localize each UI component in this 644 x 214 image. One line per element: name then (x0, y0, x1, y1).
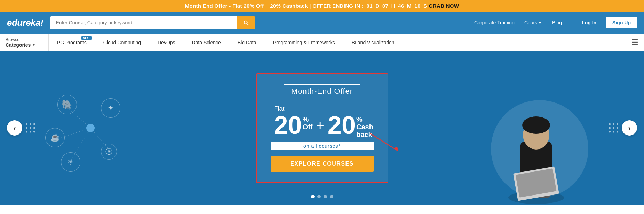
center-dot-icon (86, 124, 95, 132)
promo-card: Month-End Offer Flat 20 % Off + 20 % Cas… (256, 73, 388, 183)
carousel-dots (311, 195, 333, 198)
nav-bar: Browse Categories ▼ PG ProgramsNEWCloud … (0, 34, 644, 51)
promo-cashback-number: 20 (328, 114, 356, 137)
promo-big: 20 % Off + 20 % Cash back (274, 113, 374, 138)
carousel-dot-3[interactable] (324, 195, 327, 198)
header-divider (572, 18, 572, 28)
nav-item-pg-programs[interactable]: PG ProgramsNEW (49, 34, 95, 51)
banner-pipe: | (309, 3, 312, 9)
nav-item-big-data[interactable]: Big Data (229, 34, 265, 51)
carousel-next-button[interactable]: › (622, 120, 637, 136)
dots-left-decoration (26, 123, 35, 133)
promo-header-box: Month-End Offer (284, 84, 360, 98)
person-image (484, 76, 588, 205)
promo-header-text: Month-End Offer (291, 87, 353, 95)
top-banner: Month End Offer - Flat 20% Off + 20% Cas… (0, 0, 644, 12)
search-icon (243, 20, 249, 26)
atom-icon: ⚛ (61, 152, 80, 172)
hero-section: 🐘 ☕ ✦ ⚛ Ⓐ ‹ Month-End Offer Flat 20 % Of… (0, 51, 644, 205)
svg-point-10 (522, 116, 550, 134)
promo-plus: + (316, 119, 324, 132)
header-nav: Corporate Training Courses Blog Log In S… (474, 17, 637, 28)
header: edureka! Corporate Training Courses Blog… (0, 12, 644, 34)
red-arrow-icon (370, 133, 401, 154)
search-bar (50, 16, 255, 29)
browse-label: Browse (6, 37, 43, 42)
hamburger-icon[interactable]: ☰ (631, 38, 638, 47)
browse-categories[interactable]: Browse Categories ▼ (0, 34, 49, 51)
carousel-dot-4[interactable] (330, 195, 333, 198)
person-svg (491, 86, 581, 205)
search-input[interactable] (50, 16, 236, 29)
promo-courses-text: on all courses* (303, 143, 341, 149)
dots-right-decoration (609, 123, 618, 133)
promo-discount-number: 20 (274, 114, 302, 137)
timer-m-label: M (407, 3, 412, 9)
timer-d-label: D (375, 3, 379, 9)
nav-item-devops[interactable]: DevOps (149, 34, 184, 51)
blog-link[interactable]: Blog (552, 20, 562, 25)
nav-item-cloud-computing[interactable]: Cloud Computing (95, 34, 149, 51)
promo-discount-suffix: % Off (303, 115, 313, 131)
java-icon: ☕ (45, 128, 65, 147)
promo-main: Flat 20 % Off + 20 % Cash back (271, 105, 374, 138)
banner-text: Month End Offer - Flat 20% Off + 20% Cas… (185, 3, 308, 9)
tech-icons-area: 🐘 ☕ ✦ ⚛ Ⓐ (42, 76, 139, 180)
timer-minutes: 46 (398, 3, 404, 9)
timer-days: 01 (367, 3, 373, 9)
timer-hours: 07 (382, 3, 388, 9)
corporate-training-link[interactable]: Corporate Training (474, 20, 515, 25)
chevron-down-icon: ▼ (32, 43, 35, 47)
nav-right: ☰ (631, 38, 644, 47)
courses-link[interactable]: Courses (524, 20, 542, 25)
logo[interactable]: edureka! (7, 17, 43, 28)
categories-label: Categories ▼ (6, 42, 43, 48)
banner-offer-label: OFFER ENDING IN : (312, 3, 364, 9)
carousel-prev-button[interactable]: ‹ (7, 120, 22, 136)
new-dot-icon (88, 37, 90, 39)
grab-now-link[interactable]: GRAB NOW (429, 3, 459, 9)
svg-line-5 (370, 133, 398, 151)
timer-s-label: S (423, 3, 427, 9)
nav-item-programming-&-frameworks[interactable]: Programming & Frameworks (265, 34, 343, 51)
carousel-dot-1[interactable] (311, 195, 315, 198)
timer-seconds: 10 (414, 3, 420, 9)
login-button[interactable]: Log In (582, 20, 596, 25)
promo-courses-box: on all courses* (271, 142, 374, 150)
explore-courses-button[interactable]: EXPLORE COURSES (271, 156, 374, 172)
search-button[interactable] (237, 16, 255, 29)
nav-items: PG ProgramsNEWCloud ComputingDevOpsData … (49, 34, 631, 51)
spark-icon: ✦ (101, 98, 120, 118)
nav-item-bi-and-visualization[interactable]: BI and Visualization (343, 34, 403, 51)
angular-icon: Ⓐ (101, 144, 117, 160)
signup-button[interactable]: Sign Up (606, 17, 637, 28)
carousel-dot-2[interactable] (317, 195, 321, 198)
timer-h-label: H (391, 3, 395, 9)
hadoop-elephant-icon: 🐘 (57, 95, 77, 114)
nav-item-data-science[interactable]: Data Science (184, 34, 229, 51)
